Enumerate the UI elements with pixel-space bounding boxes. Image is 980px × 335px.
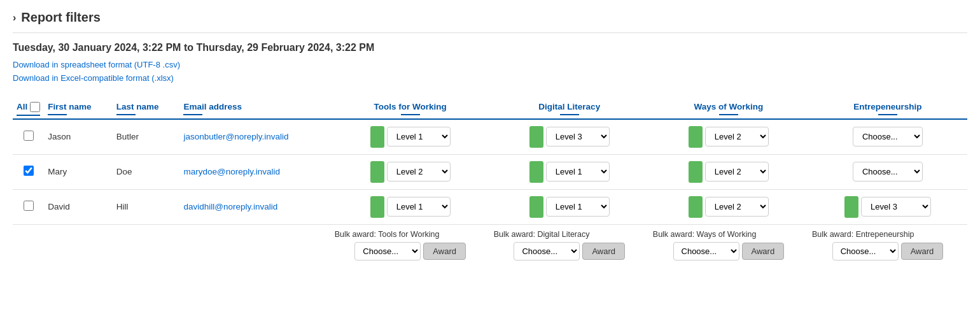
bulk-tools-cell: Bulk award: Tools for WorkingChoose...Le…: [331, 224, 490, 266]
bulk-ways-award-button[interactable]: Award: [742, 243, 785, 260]
entrepreneurship-select-0[interactable]: Choose...Level 1Level 2Level 3: [853, 127, 923, 146]
download-links: Download in spreadsheet format (UTF-8 .c…: [13, 59, 967, 85]
bulk-entrepreneurship-select[interactable]: Choose...Level 1Level 2Level 3: [832, 242, 899, 260]
row-checkbox-0[interactable]: [24, 131, 34, 141]
entrepreneurship-cell-2: Choose...Level 1Level 2Level 3: [808, 189, 967, 224]
bulk-tools-select[interactable]: Choose...Level 1Level 2Level 3: [354, 242, 421, 260]
last-name-2: Hill: [113, 189, 180, 224]
row-checkbox-cell-2: [13, 189, 44, 224]
bulk-digital-select[interactable]: Choose...Level 1Level 2Level 3: [514, 242, 580, 260]
main-table: All First name Last name Email address T…: [13, 97, 967, 266]
bulk-entrepreneurship-label: Bulk award: Entrepeneurship: [812, 230, 963, 239]
email-2: davidhill@noreply.invalid: [179, 189, 330, 224]
bulk-digital-label: Bulk award: Digital Literacy: [494, 230, 645, 239]
ways-of-working-cell-2: Level 1Level 2Level 3: [649, 189, 808, 224]
bulk-digital-award-button[interactable]: Award: [582, 243, 625, 260]
tools-for-working-cell-1: Level 1Level 2Level 3: [331, 154, 490, 189]
download-xlsx-link[interactable]: Download in Excel-compatible format (.xl…: [13, 72, 967, 85]
bulk-empty-0: [13, 224, 44, 266]
digital-select-2[interactable]: Level 1Level 2Level 3: [546, 197, 610, 217]
digital-select-1[interactable]: Level 1Level 2Level 3: [546, 162, 610, 182]
tools-select-0[interactable]: Level 1Level 2Level 3: [387, 127, 451, 146]
bulk-ways-cell: Bulk award: Ways of WorkingChoose...Leve…: [649, 224, 808, 266]
entrepreneurship-select-2[interactable]: Choose...Level 1Level 2Level 3: [861, 197, 931, 217]
first-name-header: First name: [44, 97, 113, 119]
row-checkbox-cell-1: [13, 154, 44, 189]
last-name-1: Doe: [113, 154, 180, 189]
row-checkbox-1[interactable]: [24, 166, 34, 176]
select-all-checkbox[interactable]: [30, 102, 40, 112]
table-row: MaryDoemarydoe@noreply.invalidLevel 1Lev…: [13, 154, 967, 189]
digital-select-0[interactable]: Level 1Level 2Level 3: [546, 127, 610, 146]
table-header-row: All First name Last name Email address T…: [13, 97, 967, 119]
first-name-1: Mary: [44, 154, 113, 189]
digital-literacy-header: Digital Literacy: [490, 97, 649, 119]
date-range: Tuesday, 30 January 2024, 3:22 PM to Thu…: [13, 42, 967, 53]
first-name-2: David: [44, 189, 113, 224]
download-csv-link[interactable]: Download in spreadsheet format (UTF-8 .c…: [13, 59, 967, 72]
ways-of-working-header: Ways of Working: [649, 97, 808, 119]
table-row: JasonButlerjasonbutler@noreply.invalidLe…: [13, 119, 967, 155]
email-header: Email address: [179, 97, 330, 119]
bulk-empty-1: [44, 224, 113, 266]
ways-select-2[interactable]: Level 1Level 2Level 3: [705, 197, 769, 217]
bulk-ways-select[interactable]: Choose...Level 1Level 2Level 3: [673, 242, 739, 260]
last-name-header: Last name: [113, 97, 180, 119]
tools-for-working-header: Tools for Working: [331, 97, 490, 119]
entrepreneurship-cell-0: Choose...Level 1Level 2Level 3: [808, 119, 967, 155]
all-label: All: [17, 102, 27, 111]
bulk-tools-award-button[interactable]: Award: [423, 243, 466, 260]
last-name-0: Butler: [113, 119, 180, 155]
entrepreneurship-cell-1: Choose...Level 1Level 2Level 3: [808, 154, 967, 189]
tools-select-2[interactable]: Level 1Level 2Level 3: [387, 197, 451, 217]
bulk-award-row: Bulk award: Tools for WorkingChoose...Le…: [13, 224, 967, 266]
bulk-empty-3: [179, 224, 330, 266]
report-filters-title: Report filters: [21, 10, 100, 25]
ways-select-0[interactable]: Level 1Level 2Level 3: [705, 127, 769, 146]
tools-select-1[interactable]: Level 1Level 2Level 3: [387, 162, 451, 182]
tools-for-working-cell-0: Level 1Level 2Level 3: [331, 119, 490, 155]
digital-literacy-cell-1: Level 1Level 2Level 3: [490, 154, 649, 189]
select-all-header[interactable]: All: [13, 97, 44, 119]
bulk-entrepreneurship-award-button[interactable]: Award: [901, 243, 944, 260]
row-checkbox-2[interactable]: [24, 201, 34, 211]
bulk-empty-2: [113, 224, 180, 266]
ways-of-working-cell-1: Level 1Level 2Level 3: [649, 154, 808, 189]
chevron-icon: ›: [13, 12, 16, 24]
table-row: DavidHilldavidhill@noreply.invalidLevel …: [13, 189, 967, 224]
entrepreneurship-select-1[interactable]: Choose...Level 1Level 2Level 3: [853, 162, 923, 182]
row-checkbox-cell-0: [13, 119, 44, 155]
entrepreneurship-header: Entrepeneurship: [808, 97, 967, 119]
ways-of-working-cell-0: Level 1Level 2Level 3: [649, 119, 808, 155]
ways-select-1[interactable]: Level 1Level 2Level 3: [705, 162, 769, 182]
bulk-digital-cell: Bulk award: Digital LiteracyChoose...Lev…: [490, 224, 649, 266]
first-name-0: Jason: [44, 119, 113, 155]
digital-literacy-cell-2: Level 1Level 2Level 3: [490, 189, 649, 224]
report-filters-header[interactable]: › Report filters: [13, 10, 967, 33]
tools-for-working-cell-2: Level 1Level 2Level 3: [331, 189, 490, 224]
bulk-entrepreneurship-cell: Bulk award: EntrepeneurshipChoose...Leve…: [808, 224, 967, 266]
bulk-ways-label: Bulk award: Ways of Working: [653, 230, 804, 239]
email-1: marydoe@noreply.invalid: [179, 154, 330, 189]
bulk-tools-label: Bulk award: Tools for Working: [335, 230, 486, 239]
digital-literacy-cell-0: Level 1Level 2Level 3: [490, 119, 649, 155]
email-0: jasonbutler@noreply.invalid: [179, 119, 330, 155]
